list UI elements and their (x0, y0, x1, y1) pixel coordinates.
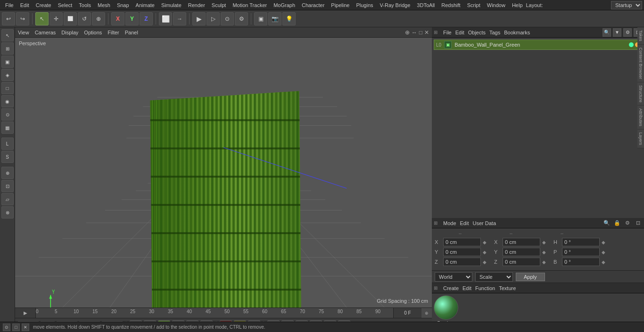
select-tool-button[interactable]: ↖ (35, 12, 49, 25)
menu-snap[interactable]: Snap (114, 1, 132, 9)
attr-menu-edit[interactable]: Edit (460, 220, 469, 226)
menu-pipeline[interactable]: Pipeline (328, 1, 353, 9)
menu-character[interactable]: Character (298, 1, 328, 9)
viewport-ctrl-4[interactable]: ✕ (424, 29, 429, 36)
status-icon-2[interactable]: □ (12, 324, 20, 331)
rotate-tool-button[interactable]: ↺ (78, 12, 91, 25)
left-tool-5[interactable]: □ (1, 82, 14, 94)
menu-vray[interactable]: V-Ray Bridge (377, 1, 414, 9)
menu-edit[interactable]: Edit (17, 1, 33, 9)
mat-menu-texture[interactable]: Texture (499, 285, 516, 291)
viewport-ctrl-3[interactable]: □ (419, 29, 422, 36)
om-filter-icon[interactable]: ▼ (613, 28, 621, 37)
object-row[interactable]: L0 ▣ Bamboo_Wall_Panel_Green (434, 40, 642, 50)
menu-plugins[interactable]: Plugins (353, 1, 376, 9)
render-view-button[interactable]: ▶ (192, 12, 206, 25)
left-tool-2[interactable]: ⊞ (1, 42, 14, 55)
left-tool-1[interactable]: ↖ (1, 29, 14, 41)
menu-help[interactable]: Help (509, 1, 526, 9)
menu-window[interactable]: Window (484, 1, 509, 9)
menu-simulate[interactable]: Simulate (158, 1, 185, 9)
spline-button[interactable]: → (173, 12, 186, 25)
coord-p-size[interactable] (562, 248, 600, 256)
menu-mograph[interactable]: MoGraph (270, 1, 298, 9)
undo-button[interactable]: ↩ (2, 12, 15, 25)
status-icon-3[interactable]: ✕ (22, 324, 29, 331)
menu-file[interactable]: File (2, 1, 17, 9)
far-tab-content-browser[interactable]: Content Browser (637, 45, 644, 82)
mat-menu-create[interactable]: Create (443, 285, 459, 291)
menu-script[interactable]: Script (464, 1, 484, 9)
menu-3dtoall[interactable]: 3DToAll (413, 1, 438, 9)
layout-select[interactable]: Startup (611, 1, 642, 9)
menu-tools[interactable]: Tools (75, 1, 94, 9)
far-tab-attributes[interactable]: Attributes (637, 105, 644, 130)
transform-tool-button[interactable]: ⊕ (92, 12, 105, 25)
viewport-menu-cameras[interactable]: Cameras (35, 30, 56, 35)
menu-select[interactable]: Select (55, 1, 76, 9)
cube-button[interactable]: ⬜ (159, 12, 172, 25)
menu-mesh[interactable]: Mesh (94, 1, 114, 9)
left-tool-11[interactable]: ⊕ (1, 167, 14, 179)
om-menu-edit[interactable]: Edit (455, 30, 464, 35)
timeline-ruler[interactable]: 0 5 10 15 20 25 30 35 40 45 50 55 60 65 … (36, 308, 393, 318)
left-tool-8[interactable]: ▦ (1, 121, 14, 134)
attr-settings-icon[interactable]: ⚙ (623, 219, 632, 227)
move-tool-button[interactable]: ✛ (50, 12, 63, 25)
left-tool-14[interactable]: ⊗ (1, 206, 14, 219)
world-select[interactable]: World (435, 272, 472, 282)
render-settings-button[interactable]: ⚙ (235, 12, 248, 25)
render-out-button[interactable]: ▣ (254, 12, 267, 25)
render-region-button[interactable]: ▷ (206, 12, 220, 25)
viewport-ctrl-2[interactable]: ↔ (412, 29, 417, 36)
om-settings-icon[interactable]: ⚙ (623, 28, 632, 37)
viewport-menu-display[interactable]: Display (61, 30, 78, 35)
om-search-icon[interactable]: 🔍 (603, 28, 611, 37)
menu-create[interactable]: Create (33, 1, 55, 9)
om-menu-objects[interactable]: Objects (468, 30, 486, 35)
viewport-menu-view[interactable]: View (18, 30, 29, 35)
redo-button[interactable]: ↪ (16, 12, 29, 25)
om-menu-bookmarks[interactable]: Bookmarks (504, 30, 530, 35)
timeline[interactable]: ▶ 0 5 10 15 20 25 30 35 40 45 50 55 60 6… (15, 308, 432, 318)
coord-y-pos[interactable] (443, 248, 481, 256)
left-tool-10[interactable]: S (1, 151, 14, 163)
mat-menu-function[interactable]: Function (475, 285, 495, 291)
om-menu-file[interactable]: File (443, 30, 452, 35)
viewport-menu-filter[interactable]: Filter (107, 30, 119, 35)
viewport-ctrl-1[interactable]: ⊕ (405, 29, 410, 36)
material-preview-ball[interactable] (434, 295, 458, 320)
menu-animate[interactable]: Animate (132, 1, 158, 9)
mat-menu-edit[interactable]: Edit (462, 285, 471, 291)
render-active-button[interactable]: ⊙ (221, 12, 234, 25)
y-axis-button[interactable]: Y (125, 12, 139, 25)
timeline-end-frame[interactable]: 0 F (393, 308, 421, 318)
apply-button[interactable]: Apply (516, 273, 545, 281)
left-tool-9[interactable]: L (1, 138, 14, 150)
camera-button[interactable]: 📷 (268, 12, 281, 25)
left-tool-13[interactable]: ▱ (1, 193, 14, 205)
menu-render[interactable]: Render (185, 1, 208, 9)
left-tool-3[interactable]: ▣ (1, 56, 14, 68)
left-tool-6[interactable]: ◉ (1, 95, 14, 107)
left-tool-7[interactable]: ⊙ (1, 108, 14, 121)
left-tool-4[interactable]: ◈ (1, 69, 14, 81)
scale-select[interactable]: Scale (475, 272, 513, 282)
z-axis-button[interactable]: Z (140, 12, 153, 25)
coord-b-size[interactable] (562, 258, 600, 266)
coord-y-rot[interactable] (503, 248, 540, 256)
viewport-menu-options[interactable]: Options (84, 30, 102, 35)
far-tab-structure[interactable]: Structure (637, 82, 644, 106)
attr-expand-icon[interactable]: ⊡ (634, 219, 642, 227)
x-axis-button[interactable]: X (111, 12, 124, 25)
coord-z-pos[interactable] (443, 258, 481, 266)
menu-redshift[interactable]: Redshift (438, 1, 463, 9)
viewport-menu-panel[interactable]: Panel (125, 30, 138, 35)
left-tool-12[interactable]: ⊡ (1, 180, 14, 192)
om-menu-tags[interactable]: Tags (489, 30, 500, 35)
attr-lock-icon[interactable]: 🔒 (613, 219, 621, 227)
menu-sculpt[interactable]: Sculpt (208, 1, 230, 9)
object-dot-green[interactable] (629, 42, 634, 47)
attr-menu-userdata[interactable]: User Data (473, 220, 496, 226)
attr-search-icon[interactable]: 🔍 (603, 219, 611, 227)
